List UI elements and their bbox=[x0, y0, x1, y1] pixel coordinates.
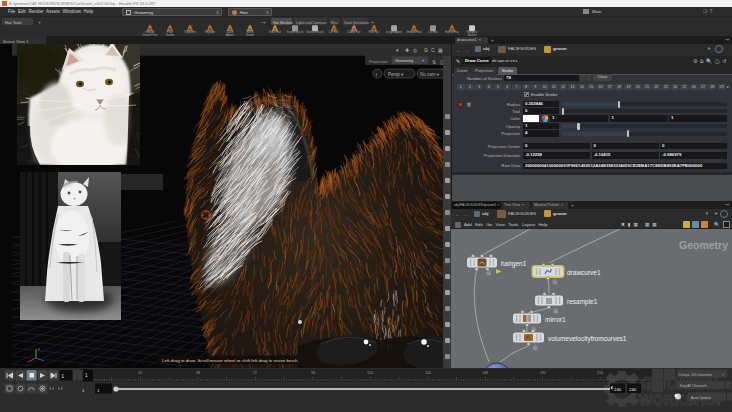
svg-text:No cam ▾: No cam ▾ bbox=[420, 72, 440, 77]
svg-text:✚: ✚ bbox=[405, 47, 409, 53]
svg-text:216: 216 bbox=[597, 371, 603, 375]
svg-text:Lift Hair: Lift Hair bbox=[329, 30, 338, 34]
svg-text:Left-drag to draw. Scroll mou: Left-drag to draw. Scroll mouse wheel or… bbox=[162, 358, 299, 363]
svg-text:y: y bbox=[38, 347, 40, 351]
svg-text:48: 48 bbox=[196, 371, 200, 375]
svg-text:⇅: ⇅ bbox=[432, 59, 436, 65]
svg-text:Extend Hair: Extend Hair bbox=[445, 30, 459, 34]
svg-text:Hair Brushes: Hair Brushes bbox=[273, 21, 293, 25]
svg-text:240: 240 bbox=[614, 387, 622, 392]
svg-text:◎: ◎ bbox=[413, 47, 418, 53]
svg-text:Draw Hair: Draw Hair bbox=[269, 30, 281, 34]
svg-text:Clamp Hair: Clamp Hair bbox=[347, 30, 361, 34]
svg-text:24: 24 bbox=[138, 371, 142, 375]
svg-text:Reguide: Reguide bbox=[205, 30, 216, 34]
svg-text:168: 168 bbox=[482, 371, 488, 375]
svg-text:Geometry: Geometry bbox=[395, 58, 414, 63]
svg-text:Geometry: Geometry bbox=[679, 239, 728, 251]
svg-text:120: 120 bbox=[367, 371, 373, 375]
svg-text:Misc: Misc bbox=[331, 21, 338, 25]
svg-text:▪▾: ▪▾ bbox=[262, 20, 265, 25]
svg-text:Surface Brush: Surface Brush bbox=[306, 30, 324, 34]
svg-text:Key All Channels: Key All Channels bbox=[680, 384, 707, 388]
svg-text:hairgen1: hairgen1 bbox=[501, 260, 527, 268]
svg-text:volumevelocityfromcurves1: volumevelocityfromcurves1 bbox=[548, 335, 627, 343]
svg-text:◐: ◐ bbox=[376, 71, 379, 77]
svg-text:Persp ▾: Persp ▾ bbox=[388, 72, 404, 77]
svg-text:144: 144 bbox=[425, 371, 431, 375]
svg-text:C: C bbox=[431, 47, 435, 53]
svg-text:▦: ▦ bbox=[438, 47, 443, 53]
svg-text:240: 240 bbox=[629, 387, 637, 392]
svg-text:96: 96 bbox=[311, 371, 315, 375]
svg-text:Auto Update: Auto Update bbox=[691, 396, 711, 400]
svg-text:G: G bbox=[424, 47, 428, 53]
svg-text:▾: ▾ bbox=[422, 58, 424, 63]
svg-text:Lights and Cameras: Lights and Cameras bbox=[296, 21, 327, 25]
svg-text:mirror1: mirror1 bbox=[545, 316, 566, 323]
svg-text:Hair Tools: Hair Tools bbox=[5, 21, 22, 25]
svg-text:72: 72 bbox=[253, 371, 257, 375]
svg-text:Screen Brush: Screen Brush bbox=[287, 30, 304, 34]
svg-text:Cut Hair: Cut Hair bbox=[428, 30, 438, 34]
svg-text:Grain Simulation: Grain Simulation bbox=[344, 21, 369, 25]
svg-text:Smooth Hair: Smooth Hair bbox=[407, 30, 422, 34]
svg-text:0 keys, 0/0 channels: 0 keys, 0/0 channels bbox=[679, 373, 712, 377]
svg-text:Regroom: Regroom bbox=[184, 30, 196, 34]
svg-text:Part Hair: Part Hair bbox=[369, 30, 380, 34]
svg-text:resample1: resample1 bbox=[567, 298, 598, 306]
svg-text:Scene View 1: Scene View 1 bbox=[3, 39, 29, 44]
svg-text:Projection: Projection bbox=[369, 59, 388, 64]
svg-text:drawcurve1: drawcurve1 bbox=[567, 269, 601, 276]
svg-text:192: 192 bbox=[540, 371, 546, 375]
svg-text:+: + bbox=[38, 19, 41, 25]
svg-text:+: + bbox=[371, 19, 374, 25]
svg-text:Length Adjust: Length Adjust bbox=[386, 30, 403, 34]
